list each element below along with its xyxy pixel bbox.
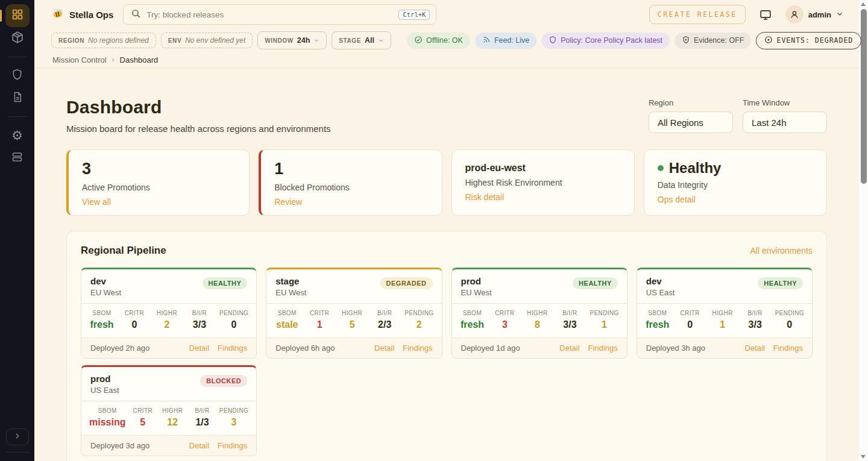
app-name: Stella Ops bbox=[69, 10, 113, 20]
region-select-value: All Regions bbox=[658, 118, 703, 128]
stat-value-sbom: fresh bbox=[460, 319, 485, 330]
stat-label-sbom: SBOM bbox=[89, 407, 125, 414]
pipeline-card-dev-eu-west: dev EU West HEALTHY SBOMfresh CRITR0 HIG… bbox=[81, 268, 257, 359]
detail-link[interactable]: Detail bbox=[559, 343, 579, 353]
stat-value-sbom: fresh bbox=[645, 319, 670, 330]
sidebar-item-settings[interactable]: ⚙ bbox=[5, 124, 30, 146]
env-region: US East bbox=[646, 288, 675, 297]
offline-status-chip: Offline: OK bbox=[407, 33, 470, 49]
stat-label-critr: CRITR bbox=[492, 310, 517, 316]
stat-label-bir: B/I/R bbox=[372, 310, 397, 316]
status-badge: BLOCKED bbox=[200, 375, 247, 387]
view-all-link[interactable]: View all bbox=[82, 197, 111, 207]
window-filter-label: WINDOW bbox=[265, 37, 293, 44]
active-promotions-value: 3 bbox=[82, 160, 236, 178]
sidebar-item-releases[interactable] bbox=[5, 27, 30, 50]
env-filter-value: No env defined yet bbox=[185, 36, 245, 45]
create-release-button[interactable]: CREATE RELEASE bbox=[649, 5, 746, 24]
window-filter-value: 24h bbox=[297, 36, 310, 45]
events-status-pill[interactable]: EVENTS: DEGRADED bbox=[756, 32, 861, 49]
stage-filter-label: STAGE bbox=[339, 37, 361, 44]
stage-filter-pill[interactable]: STAGE All bbox=[332, 31, 391, 49]
sidebar-expand-button[interactable] bbox=[6, 428, 29, 445]
findings-link[interactable]: Findings bbox=[588, 343, 618, 353]
sidebar-item-security[interactable] bbox=[5, 64, 30, 87]
scrollbar-thumb[interactable] bbox=[861, 9, 867, 184]
risk-detail-link[interactable]: Risk detail bbox=[465, 192, 505, 202]
stat-label-pending: PENDING bbox=[404, 310, 433, 316]
findings-link[interactable]: Findings bbox=[403, 343, 432, 353]
deployed-time: Deployed 3h ago bbox=[646, 343, 705, 353]
breadcrumb: Mission Control › Dashboard bbox=[34, 52, 859, 68]
monitor-icon[interactable] bbox=[759, 8, 772, 21]
package-icon bbox=[11, 31, 24, 46]
stat-label-sbom: SBOM bbox=[645, 310, 670, 316]
check-circle-icon bbox=[414, 36, 423, 46]
stat-value-pending: 3 bbox=[219, 417, 248, 428]
detail-link[interactable]: Detail bbox=[189, 343, 209, 353]
stat-label-pending: PENDING bbox=[775, 310, 804, 316]
region-filter-label: REGION bbox=[58, 37, 84, 44]
findings-link[interactable]: Findings bbox=[218, 343, 247, 353]
all-environments-link[interactable]: All environments bbox=[750, 246, 813, 256]
detail-link[interactable]: Detail bbox=[374, 343, 394, 353]
chevron-down-icon bbox=[378, 35, 384, 46]
context-bar: REGION No regions defined ENV No env def… bbox=[34, 29, 859, 52]
findings-link[interactable]: Findings bbox=[773, 343, 803, 353]
stat-value-critr: 5 bbox=[130, 417, 156, 428]
user-name: admin bbox=[808, 10, 831, 19]
events-status-text: EVENTS: DEGRADED bbox=[776, 36, 853, 45]
deployed-time: Deployed 6h ago bbox=[275, 343, 335, 353]
policy-status-text: Policy: Core Policy Pack latest bbox=[561, 36, 662, 45]
stat-value-critr: 0 bbox=[678, 319, 703, 330]
server-icon bbox=[11, 151, 24, 166]
regional-pipeline-title: Regional Pipeline bbox=[81, 245, 166, 257]
detail-link[interactable]: Detail bbox=[189, 441, 209, 450]
top-bar: Stella Ops Ctrl+K CREATE RELEASE admin bbox=[34, 0, 859, 29]
stat-value-critr: 0 bbox=[122, 319, 147, 330]
pipeline-grid: dev EU West HEALTHY SBOMfresh CRITR0 HIG… bbox=[81, 268, 813, 456]
detail-link[interactable]: Detail bbox=[745, 343, 765, 353]
env-filter-label: ENV bbox=[168, 37, 181, 44]
user-menu[interactable]: admin bbox=[785, 5, 843, 24]
stat-label-sbom: SBOM bbox=[274, 310, 300, 316]
window-filter-pill[interactable]: WINDOW 24h bbox=[257, 31, 327, 49]
review-link[interactable]: Review bbox=[274, 197, 302, 207]
chevron-down-icon bbox=[313, 35, 319, 46]
grid-icon bbox=[11, 8, 24, 24]
feed-status-text: Feed: Live bbox=[494, 36, 529, 45]
sidebar-item-infrastructure[interactable] bbox=[5, 146, 30, 169]
breadcrumb-mission-control[interactable]: Mission Control bbox=[52, 55, 107, 64]
stat-value-bir: 1/3 bbox=[190, 417, 215, 428]
offline-status-text: Offline: OK bbox=[426, 36, 463, 45]
pipeline-card-prod-eu-west: prod EU West HEALTHY SBOMfresh CRITR3 HI… bbox=[451, 268, 627, 359]
sidebar-item-documents[interactable] bbox=[5, 87, 30, 110]
status-badge: DEGRADED bbox=[380, 277, 433, 289]
findings-link[interactable]: Findings bbox=[218, 441, 247, 450]
env-filter-pill[interactable]: ENV No env defined yet bbox=[161, 33, 253, 48]
scrollbar-down-arrow[interactable] bbox=[861, 455, 866, 459]
sidebar-item-dashboard[interactable] bbox=[5, 4, 30, 27]
stat-label-highr: HIGHR bbox=[339, 310, 365, 316]
stat-label-sbom: SBOM bbox=[89, 310, 115, 316]
stat-label-critr: CRITR bbox=[678, 310, 703, 316]
stat-value-bir: 3/3 bbox=[187, 319, 212, 330]
scrollbar-up-arrow[interactable] bbox=[861, 2, 866, 6]
stat-value-pending: 0 bbox=[219, 319, 248, 330]
region-filter-pill[interactable]: REGION No regions defined bbox=[51, 33, 156, 48]
feed-status-chip: Feed: Live bbox=[475, 33, 536, 49]
stat-value-sbom: stale bbox=[274, 319, 300, 330]
active-promotions-card: 3 Active Promotions View all bbox=[66, 149, 250, 216]
deployed-time: Deployed 1d ago bbox=[461, 343, 520, 353]
stat-value-pending: 2 bbox=[404, 319, 433, 330]
region-select[interactable]: All Regions bbox=[649, 111, 733, 133]
app-logo[interactable]: Stella Ops bbox=[51, 7, 113, 22]
page-scrollbar[interactable] bbox=[859, 0, 868, 461]
rss-icon bbox=[482, 36, 491, 46]
search-input[interactable] bbox=[146, 10, 393, 19]
global-search[interactable]: Ctrl+K bbox=[123, 4, 436, 25]
ops-detail-link[interactable]: Ops detail bbox=[658, 195, 696, 204]
time-window-select[interactable]: Last 24h bbox=[743, 111, 827, 133]
stat-label-pending: PENDING bbox=[219, 310, 248, 316]
stat-value-pending: 1 bbox=[590, 319, 618, 330]
